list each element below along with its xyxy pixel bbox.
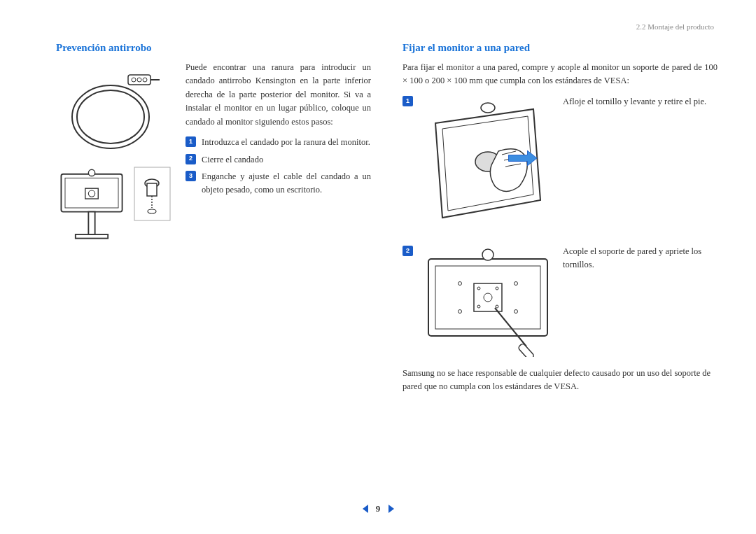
left-illustrations: [56, 61, 172, 250]
left-column: Prevención antirrobo: [56, 42, 371, 394]
svg-point-1: [77, 90, 144, 143]
left-step-1-text: Introduzca el candado por la ranura del …: [202, 136, 371, 149]
step-badge-2: 2: [402, 246, 413, 256]
left-intro: Puede encontrar una ranura para introduc…: [186, 61, 371, 129]
right-step-1-text: Afloje el tornillo y levante y retire el…: [563, 95, 718, 108]
svg-point-19: [481, 103, 495, 113]
step-badge-2: 2: [186, 154, 196, 164]
svg-point-16: [148, 209, 156, 213]
svg-rect-12: [76, 234, 108, 239]
left-step-2: 2 Cierre el candado: [186, 153, 371, 167]
right-intro: Para fijar el monitor a una pared, compr…: [402, 61, 718, 88]
right-column: Fijar el monitor a una pared Para fijar …: [402, 42, 718, 394]
right-step-1: 1 Afloje el tornillo y levante y retire …: [402, 95, 718, 235]
kensington-cable-illustration: [56, 61, 172, 159]
page-content: Prevención antirrobo: [0, 0, 756, 394]
step-badge-1: 1: [402, 96, 413, 106]
svg-rect-15: [147, 183, 157, 196]
disclaimer-text: Samsung no se hace responsable de cualqu…: [402, 367, 718, 394]
header-breadcrumb: 2.2 Montaje del producto: [636, 22, 714, 31]
right-step-2: 2: [402, 245, 718, 357]
left-heading: Prevención antirrobo: [56, 42, 371, 54]
svg-rect-29: [474, 283, 502, 311]
svg-rect-11: [88, 212, 94, 234]
right-step-2-text: Acople el soporte de pared y apriete los…: [563, 245, 718, 272]
left-step-2-text: Cierre el candado: [202, 153, 371, 167]
next-page-arrow-icon[interactable]: [388, 505, 394, 513]
left-step-3: 3 Enganche y ajuste el cable del candado…: [186, 170, 371, 197]
left-step-1: 1 Introduzca el candado por la ranura de…: [186, 136, 371, 149]
lock-detail-illustration: [133, 166, 172, 222]
step-badge-1: 1: [186, 136, 196, 147]
prev-page-arrow-icon[interactable]: [363, 505, 368, 513]
left-step-3-text: Enganche y ajuste el cable del candado a…: [202, 170, 371, 197]
left-text-block: Puede encontrar una ranura para introduc…: [186, 61, 371, 250]
wall-mount-illustration: [421, 245, 554, 357]
monitor-stand-illustration: [56, 166, 127, 250]
right-heading: Fijar el monitor a una pared: [402, 42, 718, 54]
page-number: 9: [376, 503, 381, 514]
svg-point-0: [72, 85, 149, 148]
remove-stand-illustration: [421, 95, 554, 235]
svg-point-8: [88, 169, 94, 176]
left-step-list: 1 Introduzca el candado por la ranura de…: [186, 136, 371, 197]
step-badge-3: 3: [186, 171, 196, 181]
svg-point-24: [482, 249, 493, 260]
page-footer: 9: [0, 503, 756, 514]
